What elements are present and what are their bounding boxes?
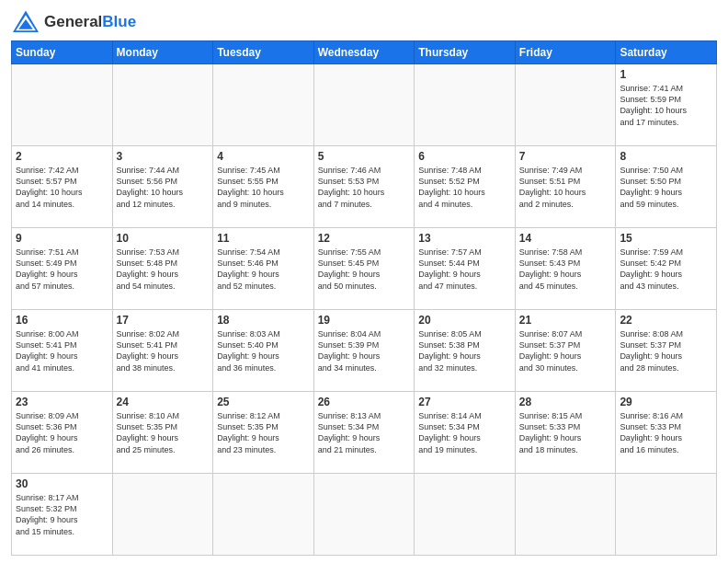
cell-info: Sunrise: 8:02 AM Sunset: 5:41 PM Dayligh… xyxy=(117,328,210,373)
day-number: 25 xyxy=(217,395,310,409)
calendar-cell: 30Sunrise: 8:17 AM Sunset: 5:32 PM Dayli… xyxy=(12,474,113,556)
calendar-cell xyxy=(12,64,113,146)
calendar-cell: 18Sunrise: 8:03 AM Sunset: 5:40 PM Dayli… xyxy=(213,310,314,392)
cell-info: Sunrise: 7:48 AM Sunset: 5:52 PM Dayligh… xyxy=(418,165,511,210)
day-header-monday: Monday xyxy=(112,41,213,64)
cell-info: Sunrise: 8:10 AM Sunset: 5:35 PM Dayligh… xyxy=(117,410,210,455)
day-header-thursday: Thursday xyxy=(415,41,516,64)
week-row-0: 1Sunrise: 7:41 AM Sunset: 5:59 PM Daylig… xyxy=(12,64,717,146)
calendar-cell: 3Sunrise: 7:44 AM Sunset: 5:56 PM Daylig… xyxy=(112,146,213,228)
calendar-cell: 10Sunrise: 7:53 AM Sunset: 5:48 PM Dayli… xyxy=(112,228,213,310)
calendar-cell: 21Sunrise: 8:07 AM Sunset: 5:37 PM Dayli… xyxy=(515,310,616,392)
week-row-5: 30Sunrise: 8:17 AM Sunset: 5:32 PM Dayli… xyxy=(12,474,717,556)
calendar-cell xyxy=(415,474,516,556)
calendar-cell: 12Sunrise: 7:55 AM Sunset: 5:45 PM Dayli… xyxy=(313,228,415,310)
day-number: 20 xyxy=(418,313,511,327)
calendar-cell: 11Sunrise: 7:54 AM Sunset: 5:46 PM Dayli… xyxy=(213,228,314,310)
day-number: 8 xyxy=(620,149,712,164)
cell-info: Sunrise: 8:09 AM Sunset: 5:36 PM Dayligh… xyxy=(16,410,108,455)
day-number: 22 xyxy=(620,313,712,327)
day-header-sunday: Sunday xyxy=(12,41,113,64)
day-header-row: SundayMondayTuesdayWednesdayThursdayFrid… xyxy=(12,41,717,64)
day-number: 28 xyxy=(519,395,612,409)
cell-info: Sunrise: 7:45 AM Sunset: 5:55 PM Dayligh… xyxy=(217,165,310,210)
calendar-cell xyxy=(213,64,314,146)
calendar-cell xyxy=(213,474,314,556)
cell-info: Sunrise: 7:49 AM Sunset: 5:51 PM Dayligh… xyxy=(519,165,612,210)
day-number: 15 xyxy=(620,231,712,246)
day-number: 6 xyxy=(418,149,511,164)
calendar-cell: 6Sunrise: 7:48 AM Sunset: 5:52 PM Daylig… xyxy=(415,146,516,228)
logo-text: GeneralBlue xyxy=(44,13,136,31)
day-number: 4 xyxy=(217,149,310,164)
day-number: 18 xyxy=(217,313,310,327)
day-number: 7 xyxy=(519,149,612,164)
calendar-cell: 22Sunrise: 8:08 AM Sunset: 5:37 PM Dayli… xyxy=(616,310,717,392)
cell-info: Sunrise: 8:04 AM Sunset: 5:39 PM Dayligh… xyxy=(318,328,411,373)
calendar-cell: 5Sunrise: 7:46 AM Sunset: 5:53 PM Daylig… xyxy=(313,146,415,228)
day-number: 5 xyxy=(318,149,411,164)
day-header-tuesday: Tuesday xyxy=(213,41,314,64)
calendar-cell: 17Sunrise: 8:02 AM Sunset: 5:41 PM Dayli… xyxy=(112,310,213,392)
week-row-2: 9Sunrise: 7:51 AM Sunset: 5:49 PM Daylig… xyxy=(12,228,717,310)
week-row-3: 16Sunrise: 8:00 AM Sunset: 5:41 PM Dayli… xyxy=(12,310,717,392)
calendar-cell xyxy=(112,474,213,556)
calendar-cell xyxy=(515,64,616,146)
calendar-cell: 23Sunrise: 8:09 AM Sunset: 5:36 PM Dayli… xyxy=(12,392,113,474)
day-number: 14 xyxy=(519,231,612,246)
day-header-saturday: Saturday xyxy=(616,41,717,64)
calendar-cell: 9Sunrise: 7:51 AM Sunset: 5:49 PM Daylig… xyxy=(12,228,113,310)
calendar-cell: 15Sunrise: 7:59 AM Sunset: 5:42 PM Dayli… xyxy=(616,228,717,310)
day-number: 17 xyxy=(117,313,210,327)
day-header-friday: Friday xyxy=(515,41,616,64)
cell-info: Sunrise: 7:55 AM Sunset: 5:45 PM Dayligh… xyxy=(318,247,411,292)
cell-info: Sunrise: 7:54 AM Sunset: 5:46 PM Dayligh… xyxy=(217,247,310,292)
calendar-cell: 14Sunrise: 7:58 AM Sunset: 5:43 PM Dayli… xyxy=(515,228,616,310)
day-number: 30 xyxy=(16,477,108,491)
calendar-cell xyxy=(415,64,516,146)
calendar-table: SundayMondayTuesdayWednesdayThursdayFrid… xyxy=(11,40,717,556)
calendar-cell: 13Sunrise: 7:57 AM Sunset: 5:44 PM Dayli… xyxy=(415,228,516,310)
day-number: 29 xyxy=(620,395,712,409)
cell-info: Sunrise: 7:46 AM Sunset: 5:53 PM Dayligh… xyxy=(318,165,411,210)
cell-info: Sunrise: 8:08 AM Sunset: 5:37 PM Dayligh… xyxy=(620,328,712,373)
calendar-cell: 29Sunrise: 8:16 AM Sunset: 5:33 PM Dayli… xyxy=(616,392,717,474)
cell-info: Sunrise: 8:07 AM Sunset: 5:37 PM Dayligh… xyxy=(519,328,612,373)
cell-info: Sunrise: 8:16 AM Sunset: 5:33 PM Dayligh… xyxy=(620,410,712,455)
day-number: 23 xyxy=(16,395,108,409)
cell-info: Sunrise: 7:51 AM Sunset: 5:49 PM Dayligh… xyxy=(16,247,108,292)
day-number: 2 xyxy=(16,149,108,164)
calendar-cell: 19Sunrise: 8:04 AM Sunset: 5:39 PM Dayli… xyxy=(313,310,415,392)
page: GeneralBlue SundayMondayTuesdayWednesday… xyxy=(0,0,728,563)
calendar-cell: 28Sunrise: 8:15 AM Sunset: 5:33 PM Dayli… xyxy=(515,392,616,474)
day-number: 11 xyxy=(217,231,310,246)
calendar-cell: 24Sunrise: 8:10 AM Sunset: 5:35 PM Dayli… xyxy=(112,392,213,474)
cell-info: Sunrise: 8:14 AM Sunset: 5:34 PM Dayligh… xyxy=(418,410,511,455)
day-number: 12 xyxy=(318,231,411,246)
day-header-wednesday: Wednesday xyxy=(313,41,415,64)
day-number: 13 xyxy=(418,231,511,246)
cell-info: Sunrise: 7:50 AM Sunset: 5:50 PM Dayligh… xyxy=(620,165,712,210)
calendar-cell: 27Sunrise: 8:14 AM Sunset: 5:34 PM Dayli… xyxy=(415,392,516,474)
calendar-cell: 7Sunrise: 7:49 AM Sunset: 5:51 PM Daylig… xyxy=(515,146,616,228)
day-number: 24 xyxy=(117,395,210,409)
day-number: 3 xyxy=(117,149,210,164)
cell-info: Sunrise: 8:00 AM Sunset: 5:41 PM Dayligh… xyxy=(16,328,108,373)
cell-info: Sunrise: 8:17 AM Sunset: 5:32 PM Dayligh… xyxy=(16,492,108,537)
calendar-cell xyxy=(616,474,717,556)
calendar-cell: 8Sunrise: 7:50 AM Sunset: 5:50 PM Daylig… xyxy=(616,146,717,228)
cell-info: Sunrise: 7:41 AM Sunset: 5:59 PM Dayligh… xyxy=(620,83,712,128)
calendar-cell: 2Sunrise: 7:42 AM Sunset: 5:57 PM Daylig… xyxy=(12,146,113,228)
day-number: 27 xyxy=(418,395,511,409)
calendar-cell xyxy=(515,474,616,556)
logo: GeneralBlue xyxy=(11,9,136,35)
cell-info: Sunrise: 7:57 AM Sunset: 5:44 PM Dayligh… xyxy=(418,247,511,292)
calendar-cell xyxy=(313,64,415,146)
day-number: 26 xyxy=(318,395,411,409)
week-row-4: 23Sunrise: 8:09 AM Sunset: 5:36 PM Dayli… xyxy=(12,392,717,474)
calendar-cell: 1Sunrise: 7:41 AM Sunset: 5:59 PM Daylig… xyxy=(616,64,717,146)
calendar-cell: 26Sunrise: 8:13 AM Sunset: 5:34 PM Dayli… xyxy=(313,392,415,474)
calendar-cell: 16Sunrise: 8:00 AM Sunset: 5:41 PM Dayli… xyxy=(12,310,113,392)
header: GeneralBlue xyxy=(11,9,717,35)
cell-info: Sunrise: 7:53 AM Sunset: 5:48 PM Dayligh… xyxy=(117,247,210,292)
